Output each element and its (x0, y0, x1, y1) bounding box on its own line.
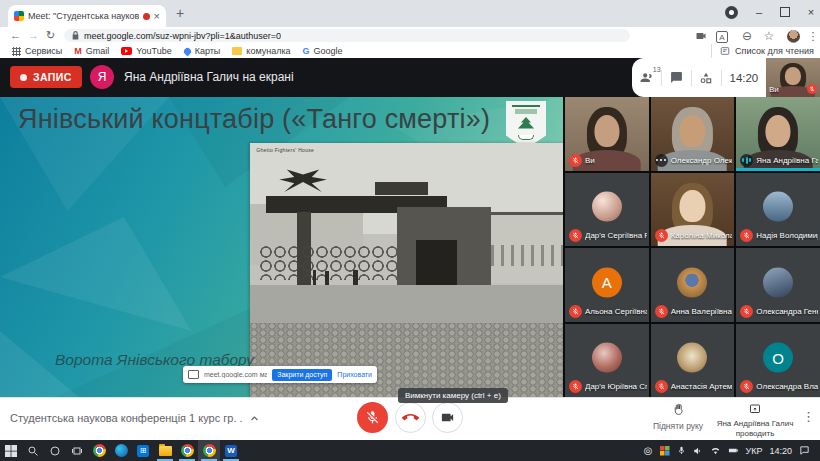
eagle-statue-icon (278, 163, 328, 199)
bookmark-maps[interactable]: Карты (184, 46, 221, 56)
taskbar-chrome-active-icon[interactable] (198, 440, 220, 461)
participant-tile[interactable]: Олександра Генн... (736, 248, 820, 322)
participant-name: Олександра Влад... (756, 382, 818, 391)
bookmark-google[interactable]: GGoogle (303, 46, 343, 56)
activities-button[interactable] (699, 71, 713, 85)
bookmark-services[interactable]: Сервисы (12, 46, 62, 56)
volume-icon[interactable] (693, 446, 703, 456)
mic-off-icon (655, 380, 668, 393)
mic-tray-icon[interactable] (677, 446, 686, 455)
gmail-icon: M (74, 46, 82, 56)
participant-name: Яна Андріївна Гал... (756, 156, 818, 165)
url-text: meet.google.com/suz-wpni-jbv?pli=1&authu… (84, 31, 281, 41)
hide-share-bar-button[interactable]: Приховати (337, 371, 372, 378)
battery-icon[interactable] (728, 445, 739, 456)
task-view-icon[interactable] (66, 440, 88, 461)
participant-tile[interactable]: Анна Валеріївна ... (651, 248, 735, 322)
present-icon (749, 403, 761, 415)
mic-off-icon (740, 380, 753, 393)
photo-cobblestones (250, 323, 563, 397)
participant-tile[interactable]: Анастасія Артемі... (651, 324, 735, 398)
participant-tile[interactable]: Дар'я Сергіївна Р... (565, 173, 649, 247)
more-options-icon[interactable]: ⋮ (802, 409, 815, 424)
participant-grid: ВиОлександр Олекс...Яна Андріївна Гал...… (563, 97, 820, 397)
raise-hand-button[interactable]: Підняти руку (646, 402, 710, 431)
taskbar-store-icon[interactable]: ⊞ (132, 440, 154, 461)
translate-icon[interactable]: A (716, 31, 728, 43)
back-icon[interactable]: ← (10, 29, 21, 41)
camera-toggle-button[interactable] (432, 402, 463, 433)
participant-tile[interactable]: Кароліна Миколаї... (651, 173, 735, 247)
participants-button[interactable]: 13 (640, 71, 654, 85)
taskbar-explorer-icon[interactable] (154, 440, 176, 461)
star-icon[interactable]: ☆ (762, 29, 776, 43)
chat-button[interactable] (670, 71, 683, 84)
tab-camera-icon[interactable] (694, 29, 708, 43)
participant-tile[interactable]: ООлександра Влад... (736, 324, 820, 398)
reload-icon[interactable]: ↻ (46, 29, 55, 42)
close-button[interactable]: × (804, 6, 818, 18)
cortana-icon[interactable] (44, 440, 66, 461)
hang-up-button[interactable] (395, 402, 426, 433)
participant-tile[interactable]: Дар'я Юріївна Спі... (565, 324, 649, 398)
participant-tile[interactable]: Ви (565, 97, 649, 171)
language-indicator[interactable]: УКР (746, 446, 763, 456)
address-bar[interactable]: meet.google.com/suz-wpni-jbv?pli=1&authu… (64, 29, 630, 42)
participant-name: Дар'я Юріївна Спі... (585, 382, 647, 391)
participant-tile[interactable]: Олександр Олекс... (651, 97, 735, 171)
screen-share-bar: meet.google.com має доступ до вашого екр… (183, 366, 377, 383)
participant-label: Яна Андріївна Гал... (740, 154, 818, 167)
mic-off-icon (740, 229, 753, 242)
google-icon: G (303, 46, 310, 56)
tab-close-icon[interactable]: × (154, 11, 160, 22)
participant-label: Анна Валеріївна ... (655, 305, 733, 318)
taskbar-edge-icon[interactable] (110, 440, 132, 461)
color-grid-tray-icon[interactable] (660, 446, 670, 456)
participant-label: Дар'я Сергіївна Р... (569, 229, 647, 242)
browser-tab[interactable]: Meet: "Студентська наукова × (8, 5, 166, 27)
participant-tile[interactable]: Надія Володимир... (736, 173, 820, 247)
profile-chip-icon[interactable] (725, 6, 738, 19)
participant-tile[interactable]: Яна Андріївна Гал... (736, 97, 820, 171)
search-icon[interactable] (22, 440, 44, 461)
tray-clock[interactable]: 14:20 (769, 446, 792, 456)
forward-icon[interactable]: → (28, 29, 39, 41)
meet-favicon-icon (14, 11, 24, 21)
stop-sharing-button[interactable]: Закрити доступ (272, 369, 332, 381)
audio-activity-icon (655, 154, 668, 167)
bookmark-komunalka[interactable]: комуналка (232, 46, 290, 56)
zoom-icon[interactable]: ⊖ (740, 29, 754, 43)
chevron-up-icon[interactable] (250, 414, 259, 423)
camera-tooltip: Вимкнути камеру (ctrl + e) (398, 388, 508, 403)
start-button[interactable] (0, 440, 22, 461)
record-dot-icon (20, 74, 27, 81)
antivirus-tray-icon[interactable]: ◎ (644, 445, 653, 456)
reading-list-button[interactable]: Список для чтения (711, 44, 814, 58)
photo-gate-ironwork (259, 245, 400, 281)
taskbar-chrome-icon[interactable] (88, 440, 110, 461)
bookmark-youtube[interactable]: YouTube (121, 46, 171, 56)
self-view-tile[interactable]: Ви (766, 58, 820, 97)
wifi-icon[interactable] (710, 445, 721, 456)
browser-tab-strip: Meet: "Студентська наукова × + – × (0, 0, 820, 27)
taskbar-browser2-icon[interactable] (176, 440, 198, 461)
maximize-button[interactable] (780, 7, 790, 17)
mic-off-icon (655, 305, 668, 318)
participant-name: Альона Сергіївна ... (585, 307, 647, 316)
browser-menu-icon[interactable]: ⋮ (806, 29, 820, 43)
mic-off-icon (569, 305, 582, 318)
bookmark-gmail[interactable]: MGmail (74, 46, 109, 56)
minimize-button[interactable]: – (752, 6, 766, 18)
participant-label: Ви (569, 154, 595, 167)
taskbar-word-icon[interactable]: W (220, 440, 242, 461)
presenter-avatar: Я (90, 65, 114, 89)
participant-label: Дар'я Юріївна Спі... (569, 380, 647, 393)
action-center-icon[interactable] (799, 445, 810, 456)
new-tab-button[interactable]: + (176, 5, 184, 21)
meeting-name[interactable]: Студентська наукова конференція 1 курс г… (10, 412, 242, 424)
participant-tile[interactable]: ААльона Сергіївна ... (565, 248, 649, 322)
screen-share-icon (188, 370, 199, 379)
profile-avatar[interactable] (786, 29, 800, 43)
mute-button[interactable] (357, 402, 388, 433)
recording-dot-icon (143, 13, 150, 20)
